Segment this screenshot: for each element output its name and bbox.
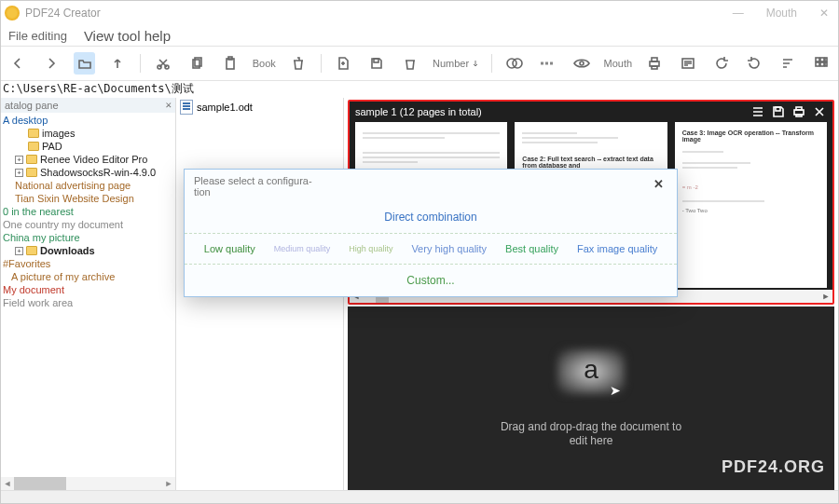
- svg-rect-17: [816, 62, 819, 66]
- forward-button[interactable]: [40, 52, 62, 75]
- print-button[interactable]: [643, 52, 666, 75]
- dialog-close-button[interactable]: ✕: [650, 175, 667, 193]
- toolbar-separator: [321, 54, 322, 73]
- menu-file-editing[interactable]: File editing: [8, 29, 67, 43]
- option-medium-quality[interactable]: Medium quality: [274, 244, 331, 253]
- catalog-h-scrollbar[interactable]: ◄ ►: [1, 477, 175, 490]
- fax-button[interactable]: [677, 52, 699, 75]
- app-title: PDF24 Creator: [25, 7, 733, 20]
- scroll-right-arrow[interactable]: ►: [819, 290, 832, 303]
- mouth-label[interactable]: Mouth: [604, 58, 633, 69]
- option-best-quality[interactable]: Best quality: [505, 243, 558, 254]
- tree-tiansixin[interactable]: Tian Sixin Website Design: [3, 192, 173, 205]
- tree-my-document[interactable]: My document: [3, 283, 173, 296]
- svg-rect-12: [652, 66, 657, 69]
- copy-button[interactable]: [186, 52, 208, 75]
- drop-zone-a-glyph: a: [584, 355, 598, 385]
- preview-save-icon[interactable]: [771, 104, 786, 119]
- document-icon: [180, 100, 193, 115]
- toolbar-separator: [140, 54, 141, 73]
- option-high-quality[interactable]: High quality: [349, 244, 392, 253]
- number-dropdown[interactable]: Number: [433, 58, 480, 69]
- maximize-button[interactable]: Mouth: [766, 7, 797, 20]
- catalog-panel: atalog pane ✕ A desktop images PAD +Rene…: [1, 98, 176, 490]
- option-custom[interactable]: Custom...: [406, 274, 454, 287]
- preview-title: sample 1 (12 pages in total): [355, 106, 745, 117]
- page3-twotwo-text: - Two Two: [682, 208, 819, 213]
- tree-pad[interactable]: PAD: [3, 140, 173, 153]
- toolbar: Book Number Mouth: [1, 46, 838, 81]
- expander-icon[interactable]: +: [15, 247, 23, 255]
- config-dialog: Please select a configura- tion ✕ Direct…: [184, 169, 678, 297]
- preview-page-3[interactable]: Case 3: Image OCR operation -- Transform…: [675, 122, 827, 288]
- option-very-high-quality[interactable]: Very high quality: [411, 243, 487, 254]
- new-file-button[interactable]: [333, 52, 355, 75]
- file-sample1[interactable]: sample1.odt: [180, 100, 339, 115]
- scroll-left-arrow[interactable]: ◄: [1, 477, 14, 490]
- svg-rect-15: [820, 58, 824, 61]
- cut-button[interactable]: [152, 52, 174, 75]
- folder-icon: [26, 155, 37, 164]
- tree-favorites[interactable]: #Favorites: [3, 257, 173, 270]
- svg-point-9: [580, 61, 584, 65]
- close-window-button[interactable]: ✕: [819, 7, 829, 20]
- expander-icon[interactable]: +: [15, 169, 23, 177]
- option-low-quality[interactable]: Low quality: [204, 243, 255, 254]
- up-level-button[interactable]: [106, 52, 129, 75]
- preview-print-icon[interactable]: [791, 104, 806, 119]
- svg-rect-14: [816, 58, 819, 61]
- path-bar: C:\Users\RE-ac\Documents\测试: [1, 81, 838, 98]
- marker-icon[interactable]: [537, 52, 559, 75]
- sort-button[interactable]: [777, 52, 799, 75]
- book-label[interactable]: Book: [253, 58, 276, 69]
- paste-button[interactable]: [219, 52, 241, 75]
- app-logo-icon: [5, 6, 20, 20]
- tree-images[interactable]: images: [3, 127, 173, 140]
- option-fax-quality[interactable]: Fax image quality: [577, 243, 657, 254]
- folder-icon: [26, 168, 37, 177]
- rotate-cw-button[interactable]: [744, 52, 766, 75]
- svg-rect-6: [374, 59, 378, 62]
- toolbar-separator: [491, 54, 492, 73]
- tree-renee[interactable]: +Renee Video Editor Pro: [3, 153, 173, 166]
- svg-rect-19: [825, 62, 827, 66]
- tree-desktop[interactable]: A desktop: [3, 114, 173, 127]
- trash-button[interactable]: [399, 52, 421, 75]
- option-direct-combination[interactable]: Direct combination: [384, 211, 476, 224]
- tree-shadowsocks[interactable]: +ShadowsocksR-win-4.9.0: [3, 166, 173, 179]
- overlap-icon[interactable]: [503, 52, 526, 75]
- preview-eye-icon[interactable]: [571, 52, 593, 75]
- grid-view-button[interactable]: [810, 52, 832, 75]
- open-folder-button[interactable]: [74, 52, 96, 75]
- tree-one-country[interactable]: One country my document: [3, 218, 173, 231]
- delete-button[interactable]: [287, 52, 309, 75]
- titlebar: PDF24 Creator — Mouth ✕: [1, 1, 838, 25]
- window-controls: — Mouth ✕: [733, 7, 834, 20]
- menubar: File editing View tool help: [1, 25, 838, 46]
- tree-downloads[interactable]: +Downloads: [3, 244, 173, 257]
- tree-field-work[interactable]: Field work area: [3, 296, 173, 309]
- back-button[interactable]: [7, 52, 29, 75]
- expander-icon[interactable]: +: [15, 156, 23, 164]
- rotate-ccw-button[interactable]: [710, 52, 733, 75]
- svg-rect-11: [652, 58, 657, 61]
- dialog-prompt: Please select a configura- tion: [194, 175, 312, 198]
- scroll-thumb[interactable]: [14, 477, 66, 490]
- statusbar: [1, 490, 838, 503]
- menu-view-tool-help[interactable]: View tool help: [84, 28, 171, 44]
- folder-tree: A desktop images PAD +Renee Video Editor…: [1, 113, 175, 310]
- tree-picture-archive[interactable]: A picture of my archive: [3, 270, 173, 283]
- preview-close-icon[interactable]: [812, 104, 827, 119]
- scroll-right-arrow[interactable]: ►: [162, 477, 175, 490]
- tree-nearest[interactable]: 0 in the nearest: [3, 205, 173, 218]
- svg-rect-22: [796, 107, 802, 110]
- preview-menu-icon[interactable]: [750, 104, 765, 119]
- tree-national-ad[interactable]: National advertising page: [3, 179, 173, 192]
- minimize-button[interactable]: —: [733, 7, 744, 20]
- catalog-close-button[interactable]: ✕: [165, 99, 172, 112]
- catalog-title: atalog pane: [5, 99, 59, 112]
- svg-rect-18: [820, 62, 824, 66]
- save-button[interactable]: [365, 52, 388, 75]
- svg-rect-16: [825, 58, 827, 61]
- tree-china[interactable]: China my picture: [3, 231, 173, 244]
